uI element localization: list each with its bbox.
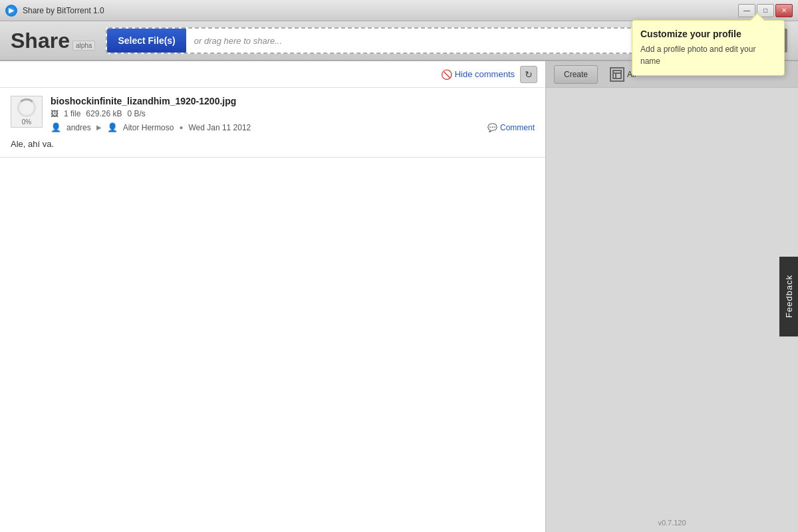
file-meta: 🖼 1 file 629.26 kB 0 B/s <box>51 109 535 118</box>
select-files-button[interactable]: Select File(s) <box>107 29 186 53</box>
window-controls: — □ ✕ <box>738 4 793 17</box>
version-text: v0.7.120 <box>658 519 686 527</box>
file-icon: 🖼 <box>51 109 59 118</box>
user-name: andres <box>680 31 757 42</box>
app-header: Share alpha Select File(s) or drag here … <box>0 21 798 61</box>
content-toolbar: 🚫 Hide comments ↻ <box>0 61 545 88</box>
all-icon <box>610 67 624 82</box>
all-button[interactable]: All <box>603 65 642 84</box>
main-layout: 🚫 Hide comments ↻ 0% bioshockinfinite_li… <box>0 61 798 532</box>
left-panel: 🚫 Hide comments ↻ 0% bioshockinfinite_li… <box>0 61 545 532</box>
arrow-icon: ▶ <box>96 124 102 131</box>
maximize-button[interactable]: □ <box>757 4 774 17</box>
comment-icon: 💬 <box>487 123 497 132</box>
user-email: andres@uptodown.com <box>680 42 757 50</box>
user-avatar[interactable] <box>763 29 787 53</box>
all-label: All <box>627 70 636 79</box>
right-toolbar: Create All <box>546 61 798 88</box>
feedback-tab[interactable]: Feedback <box>779 257 798 336</box>
hide-comments-label: Hide comments <box>455 69 515 79</box>
loading-spinner <box>17 98 36 117</box>
refresh-icon: ↻ <box>525 69 533 80</box>
file-transfer-info: 👤 andres ▶ 👤 Aitor Hermoso ● Wed Jan 11 … <box>51 122 535 132</box>
file-name: bioshockinfinite_lizandhim_1920-1200.jpg <box>51 96 535 106</box>
window-title: Share by BitTorrent 1.0 <box>23 6 104 15</box>
ban-icon: 🚫 <box>441 69 452 80</box>
drop-hint: or drag here to share... <box>186 36 290 46</box>
comment-button[interactable]: 💬 Comment <box>487 123 535 132</box>
recipient-icon: 👤 <box>107 122 118 132</box>
user-area: andres andres@uptodown.com <box>680 29 787 53</box>
sender-name: andres <box>66 123 91 132</box>
logo: Share alpha <box>11 30 95 51</box>
file-item: 0% bioshockinfinite_lizandhim_1920-1200.… <box>0 88 545 158</box>
file-date: Wed Jan 11 2012 <box>188 123 251 132</box>
file-thumbnail: 0% <box>11 96 43 128</box>
progress-percent: 0% <box>22 118 31 126</box>
feedback-label: Feedback <box>784 275 794 318</box>
dot-separator: ● <box>179 124 183 131</box>
app-icon: ▶ <box>5 5 17 17</box>
svg-rect-1 <box>613 70 621 78</box>
app-title: Share <box>11 30 70 51</box>
file-drop-zone[interactable]: Select File(s) or drag here to share... <box>106 27 668 54</box>
refresh-button[interactable]: ↻ <box>520 66 537 83</box>
comment-label: Comment <box>500 123 535 132</box>
hide-comments-button[interactable]: 🚫 Hide comments <box>441 69 515 80</box>
right-panel: Create All v0.7.120 Feedback <box>545 61 798 532</box>
svg-point-0 <box>772 35 779 42</box>
create-button[interactable]: Create <box>554 65 598 84</box>
close-button[interactable]: ✕ <box>775 4 793 17</box>
file-message: Ale, ahí va. <box>11 139 535 149</box>
recipient-name: Aitor Hermoso <box>123 123 174 132</box>
file-count: 1 file <box>64 109 80 118</box>
minimize-button[interactable]: — <box>738 4 755 17</box>
sender-icon: 👤 <box>51 122 61 132</box>
file-speed: 0 B/s <box>127 109 145 118</box>
file-details: bioshockinfinite_lizandhim_1920-1200.jpg… <box>51 96 535 136</box>
file-size: 629.26 kB <box>86 109 122 118</box>
title-bar: ▶ Share by BitTorrent 1.0 — □ ✕ <box>0 0 798 21</box>
user-info: andres andres@uptodown.com <box>680 31 757 50</box>
alpha-badge: alpha <box>72 41 95 51</box>
